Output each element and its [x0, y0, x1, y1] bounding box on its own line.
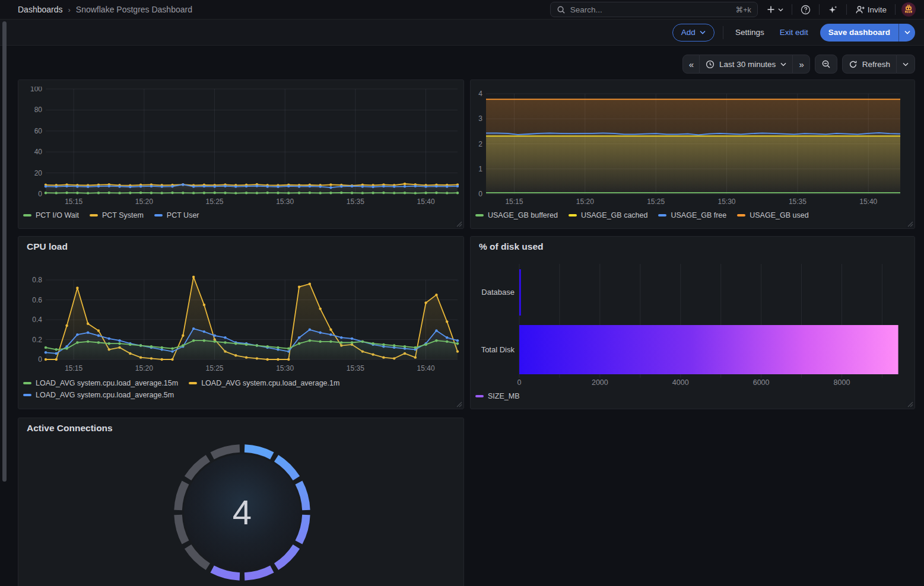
- legend-item[interactable]: USAGE_GB cached: [569, 211, 648, 219]
- usage-gb-chart-canvas[interactable]: 0123415:1515:2015:2515:3015:3515:40: [471, 80, 915, 208]
- scrollbar-thumb[interactable]: [2, 21, 7, 482]
- svg-text:15:15: 15:15: [65, 364, 82, 372]
- svg-text:15:40: 15:40: [859, 198, 877, 206]
- svg-text:15:35: 15:35: [347, 364, 364, 372]
- panel-cpu-percent: 02040608010015:1515:2015:2515:3015:3515:…: [18, 79, 464, 229]
- time-range-label: Last 30 minutes: [719, 60, 776, 69]
- svg-text:0: 0: [38, 355, 42, 364]
- cpu-load-legend: LOAD_AVG system.cpu.load_average.15mLOAD…: [23, 379, 456, 399]
- svg-text:15:25: 15:25: [647, 198, 665, 206]
- breadcrumb: Dashboards › Snowflake Postgres Dashboar…: [18, 5, 192, 14]
- refresh-button[interactable]: Refresh: [842, 55, 897, 74]
- save-dashboard-group: Save dashboard: [820, 24, 915, 42]
- panel-resize-handle[interactable]: [456, 221, 462, 227]
- svg-text:15:20: 15:20: [576, 198, 594, 206]
- add-button[interactable]: Add: [672, 24, 715, 42]
- legend-label: USAGE_GB free: [671, 211, 726, 219]
- breadcrumb-current-dashboard: Snowflake Postgres Dashboard: [76, 5, 192, 14]
- search-icon: [557, 5, 566, 14]
- legend-swatch: [658, 214, 666, 216]
- legend-swatch: [569, 214, 577, 216]
- cpu-load-chart-canvas[interactable]: 00.20.40.60.815:1515:2015:2515:3015:3515…: [18, 254, 464, 377]
- breadcrumb-separator-icon: ›: [68, 5, 71, 14]
- svg-text:15:40: 15:40: [417, 364, 435, 372]
- svg-text:4000: 4000: [672, 378, 689, 387]
- panel-title-active-connections[interactable]: Active Connections: [27, 423, 113, 434]
- svg-text:15:35: 15:35: [789, 198, 806, 206]
- legend-swatch: [189, 382, 197, 384]
- chevron-down-icon: [778, 8, 783, 12]
- legend-item[interactable]: SIZE_MB: [475, 392, 520, 400]
- legend-item[interactable]: LOAD_AVG system.cpu.load_average.15m: [23, 379, 178, 387]
- time-range-picker[interactable]: Last 30 minutes: [700, 55, 793, 74]
- refresh-group: Refresh: [842, 55, 915, 74]
- exit-edit-button[interactable]: Exit edit: [776, 26, 812, 39]
- svg-text:15:15: 15:15: [65, 198, 82, 206]
- svg-text:Total Disk: Total Disk: [481, 345, 515, 354]
- new-menu-button[interactable]: [764, 2, 786, 17]
- svg-text:15:15: 15:15: [505, 198, 523, 206]
- toolbar-divider: [723, 26, 723, 39]
- legend-item[interactable]: LOAD_AVG system.cpu.load_average.5m: [23, 391, 174, 399]
- sparkles-icon: [828, 5, 838, 15]
- svg-text:15:35: 15:35: [347, 198, 364, 206]
- legend-item[interactable]: USAGE_GB buffered: [475, 211, 558, 219]
- legend-label: LOAD_AVG system.cpu.load_average.15m: [36, 379, 178, 387]
- cpu-percent-chart-canvas[interactable]: 02040608010015:1515:2015:2515:3015:3515:…: [18, 80, 464, 208]
- legend-item[interactable]: PCT System: [90, 211, 144, 219]
- svg-text:15:25: 15:25: [206, 364, 224, 372]
- save-dashboard-options-button[interactable]: [898, 24, 915, 42]
- svg-text:0.6: 0.6: [32, 296, 42, 304]
- time-shift-back-button[interactable]: «: [682, 55, 700, 74]
- svg-text:15:40: 15:40: [417, 198, 435, 206]
- add-label: Add: [681, 28, 696, 37]
- legend-item[interactable]: PCT User: [154, 211, 199, 219]
- person-plus-icon: [855, 5, 865, 15]
- page-scrollbar: [2, 21, 7, 584]
- search-input[interactable]: Search... ⌘+k: [550, 2, 758, 17]
- legend-item[interactable]: LOAD_AVG system.cpu.load_average.1m: [189, 379, 339, 387]
- active-connections-gauge[interactable]: 4: [18, 435, 464, 586]
- legend-label: USAGE_GB cached: [581, 211, 648, 219]
- help-icon: [801, 5, 811, 15]
- time-shift-forward-button[interactable]: »: [793, 55, 809, 74]
- svg-text:15:20: 15:20: [135, 198, 153, 206]
- plus-icon: [766, 5, 776, 14]
- legend-item[interactable]: USAGE_GB free: [658, 211, 726, 219]
- usage-gb-legend: USAGE_GB bufferedUSAGE_GB cachedUSAGE_GB…: [475, 211, 809, 219]
- svg-text:80: 80: [34, 106, 43, 114]
- legend-label: LOAD_AVG system.cpu.load_average.5m: [36, 391, 174, 399]
- legend-swatch: [23, 382, 31, 384]
- svg-text:20: 20: [34, 169, 43, 177]
- save-dashboard-button[interactable]: Save dashboard: [820, 24, 898, 42]
- panel-resize-handle[interactable]: [907, 402, 913, 407]
- time-zoom-out-button[interactable]: [815, 55, 837, 74]
- user-avatar[interactable]: [901, 2, 916, 17]
- nav-divider: [846, 4, 847, 15]
- disk-used-bar-canvas[interactable]: 02000400060008000DatabaseTotal Disk: [471, 259, 915, 390]
- breadcrumb-dashboards[interactable]: Dashboards: [18, 5, 63, 14]
- panel-title-cpu-load[interactable]: CPU load: [27, 241, 68, 252]
- legend-item[interactable]: PCT I/O Wait: [23, 211, 79, 219]
- refresh-interval-button[interactable]: [897, 55, 915, 74]
- top-nav: Dashboards › Snowflake Postgres Dashboar…: [0, 0, 924, 20]
- legend-label: USAGE_GB buffered: [488, 211, 558, 219]
- panel-resize-handle[interactable]: [907, 221, 913, 227]
- panel-title-disk-used[interactable]: % of disk used: [479, 241, 544, 252]
- svg-text:0.2: 0.2: [32, 336, 42, 344]
- ai-assistant-button[interactable]: [825, 2, 840, 17]
- settings-button[interactable]: Settings: [732, 26, 768, 39]
- nav-right-cluster: Search... ⌘+k Invite: [550, 2, 916, 17]
- legend-swatch: [23, 394, 31, 396]
- panel-resize-handle[interactable]: [456, 402, 462, 407]
- gauge-value: 4: [233, 493, 252, 531]
- panel-cpu-load: CPU load 00.20.40.60.815:1515:2015:2515:…: [18, 236, 464, 409]
- panel-disk-used: % of disk used 02000400060008000Database…: [470, 236, 915, 409]
- help-button[interactable]: [798, 2, 813, 17]
- legend-item[interactable]: USAGE_GB used: [737, 211, 808, 219]
- legend-label: PCT I/O Wait: [36, 211, 79, 219]
- bar-database: [519, 269, 521, 316]
- invite-button[interactable]: Invite: [853, 2, 889, 17]
- svg-text:0: 0: [38, 190, 42, 198]
- svg-text:0.8: 0.8: [32, 276, 42, 284]
